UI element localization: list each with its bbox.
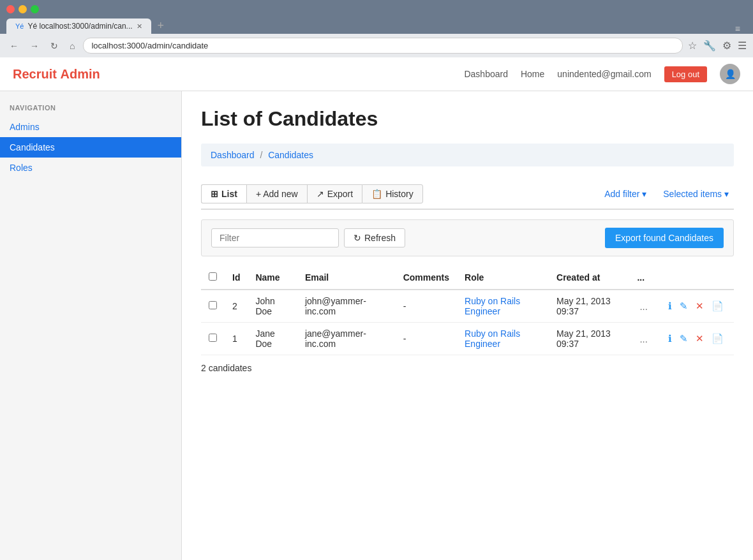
tab-bar: Yé Yé localhost:3000/admin/can... ✕ + ≡ — [6, 17, 747, 34]
export-candidates-button[interactable]: Export found Candidates — [605, 228, 724, 248]
tab-list[interactable]: ⊞ List — [201, 184, 246, 203]
more-actions-button[interactable]: ... — [637, 332, 650, 346]
col-name: Name — [248, 266, 297, 290]
col-actions: ... — [629, 266, 658, 290]
browser-menu-icon[interactable]: ☰ — [738, 40, 747, 52]
table-row: 2 John Doe john@yammer-inc.com - Ruby on… — [201, 290, 734, 323]
edit-button[interactable]: ✎ — [677, 299, 690, 313]
browser-toolbar: ☆ 🔧 ⚙ ☰ — [688, 40, 747, 52]
sidebar-nav-label: NAVIGATION — [0, 101, 181, 117]
tab-list-label: List — [221, 189, 237, 199]
reload-button[interactable]: ↻ — [47, 40, 61, 52]
notes-button[interactable]: 📄 — [709, 299, 726, 313]
info-button[interactable]: ℹ — [666, 332, 675, 346]
delete-button[interactable]: ✕ — [693, 299, 706, 313]
sidebar: NAVIGATION Admins Candidates Roles — [0, 91, 182, 560]
row-checkbox[interactable] — [209, 301, 217, 309]
bookmark-icon[interactable]: ☆ — [688, 40, 697, 52]
selected-items-chevron-icon: ▾ — [724, 189, 729, 199]
extensions-icon[interactable]: 🔧 — [703, 40, 716, 52]
active-tab[interactable]: Yé Yé localhost:3000/admin/can... ✕ — [6, 18, 151, 34]
filter-input[interactable] — [211, 228, 339, 247]
col-action-buttons — [658, 266, 734, 290]
browser-traffic-lights — [6, 5, 747, 13]
app-header: Recruit Admin Dashboard Home unindented@… — [0, 57, 753, 91]
add-filter-chevron-icon: ▾ — [642, 189, 646, 199]
row-id: 2 — [225, 290, 248, 323]
row-comments: - — [396, 323, 457, 355]
browser-chrome: Yé Yé localhost:3000/admin/can... ✕ + ≡ — [0, 0, 753, 34]
col-id: Id — [225, 266, 248, 290]
breadcrumb-current[interactable]: Candidates — [268, 150, 313, 160]
notes-button[interactable]: 📄 — [709, 332, 726, 346]
browser-menu-icon[interactable]: ≡ — [735, 24, 740, 34]
tab-export[interactable]: ↗ Export — [307, 184, 362, 203]
brand-recruit: Recruit — [13, 67, 57, 81]
row-more-actions: ... — [629, 290, 658, 323]
more-actions-button[interactable]: ... — [637, 300, 650, 313]
table-row: 1 Jane Doe jane@yammer-inc.com - Ruby on… — [201, 323, 734, 355]
history-icon: 📋 — [371, 189, 382, 199]
col-created-at: Created at — [549, 266, 629, 290]
info-button[interactable]: ℹ — [666, 299, 675, 313]
edit-button[interactable]: ✎ — [677, 332, 690, 346]
role-link[interactable]: Ruby on Rails Engineer — [465, 296, 520, 316]
list-icon: ⊞ — [211, 189, 218, 199]
col-comments: Comments — [396, 266, 457, 290]
row-created-at: May 21, 2013 09:37 — [549, 290, 629, 323]
home-nav-link[interactable]: Home — [521, 69, 544, 79]
select-all-checkbox[interactable] — [209, 272, 217, 281]
tab-export-label: Export — [327, 189, 353, 199]
candidates-table: Id Name Email Comments Role Created at .… — [201, 266, 734, 355]
address-input[interactable] — [83, 38, 683, 54]
tab-history-label: History — [385, 189, 414, 199]
back-button[interactable]: ← — [6, 40, 22, 52]
row-checkbox-cell — [201, 290, 225, 323]
new-tab-button[interactable]: + — [153, 18, 170, 34]
row-action-icons: ℹ ✎ ✕ 📄 — [658, 290, 734, 323]
maximize-window-button[interactable] — [31, 5, 39, 13]
tab-history[interactable]: 📋 History — [362, 184, 423, 203]
breadcrumb: Dashboard / Candidates — [201, 144, 734, 166]
filter-row: ↻ Refresh Export found Candidates — [201, 219, 734, 256]
sidebar-item-roles[interactable]: Roles — [0, 158, 181, 178]
role-link[interactable]: Ruby on Rails Engineer — [465, 328, 520, 349]
row-role: Ruby on Rails Engineer — [457, 323, 549, 355]
page-title: List of Candidates — [201, 107, 734, 131]
tab-favicon: Yé — [15, 22, 24, 30]
logout-button[interactable]: Log out — [664, 66, 707, 82]
dashboard-nav-link[interactable]: Dashboard — [464, 69, 508, 79]
breadcrumb-separator: / — [260, 150, 262, 160]
address-bar: ← → ↻ ⌂ ☆ 🔧 ⚙ ☰ — [0, 34, 753, 57]
close-window-button[interactable] — [6, 5, 15, 13]
col-email: Email — [297, 266, 396, 290]
add-filter-button[interactable]: Add filter ▾ — [599, 186, 652, 202]
tab-add-new[interactable]: + Add new — [246, 184, 307, 203]
avatar: 👤 — [720, 64, 740, 84]
content-area: List of Candidates Dashboard / Candidate… — [182, 91, 753, 560]
selected-items-button[interactable]: Selected items ▾ — [658, 186, 734, 202]
brand-admin: Admin — [60, 67, 100, 81]
row-email: jane@yammer-inc.com — [297, 323, 396, 355]
table-header-row: Id Name Email Comments Role Created at .… — [201, 266, 734, 290]
row-name: Jane Doe — [248, 323, 297, 355]
row-id: 1 — [225, 323, 248, 355]
refresh-button[interactable]: ↻ Refresh — [344, 228, 405, 247]
row-checkbox[interactable] — [209, 334, 217, 342]
minimize-window-button[interactable] — [19, 5, 27, 13]
action-right: Add filter ▾ Selected items ▾ — [599, 186, 734, 202]
home-button[interactable]: ⌂ — [66, 40, 78, 52]
settings-icon[interactable]: ⚙ — [722, 40, 731, 52]
sidebar-item-candidates[interactable]: Candidates — [0, 137, 181, 158]
delete-button[interactable]: ✕ — [693, 332, 706, 346]
tab-close-button[interactable]: ✕ — [137, 22, 142, 31]
user-email: unindented@gmail.com — [557, 69, 651, 79]
app-logo: Recruit Admin — [13, 67, 100, 82]
forward-button[interactable]: → — [27, 40, 42, 52]
header-nav: Dashboard Home unindented@gmail.com Log … — [464, 64, 740, 84]
sidebar-item-admins[interactable]: Admins — [0, 117, 181, 137]
main-layout: NAVIGATION Admins Candidates Roles List … — [0, 91, 753, 560]
row-created-at: May 21, 2013 09:37 — [549, 323, 629, 355]
export-icon: ↗ — [317, 189, 324, 199]
breadcrumb-home-link[interactable]: Dashboard — [211, 150, 255, 160]
